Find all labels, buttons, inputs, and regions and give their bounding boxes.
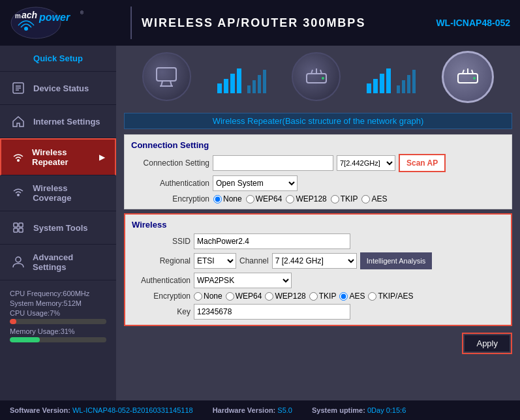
enc2-tkip-label[interactable]: TKIP (309, 292, 337, 301)
cpu-progress-fill (10, 319, 16, 324)
svg-rect-13 (19, 223, 23, 227)
footer-uptime: System uptime: 0Day 0:15:6 (312, 406, 406, 414)
svg-rect-17 (157, 68, 176, 81)
sidebar-item-internet-settings[interactable]: Internet Settings (0, 105, 116, 138)
enc2-row: Encryption None WEP64 WEP128 TKIP AES TK… (132, 292, 504, 301)
svg-point-11 (17, 194, 20, 196)
enc2-wep64-label[interactable]: WEP64 (226, 292, 262, 301)
sidebar-item-label: Wireless Coverage (33, 183, 106, 203)
memory-progress-fill (10, 337, 40, 342)
enc2-tkip-radio[interactable] (309, 292, 318, 301)
enc-wep64-radio[interactable] (246, 195, 254, 203)
mode-bar (116, 46, 520, 108)
sidebar: Quick Setup Device Status Internet Setti… (0, 46, 116, 400)
cpu-progress-bar (10, 319, 106, 324)
sidebar-quick-setup[interactable]: Quick Setup (0, 46, 116, 72)
enc-aes-radio[interactable] (361, 195, 370, 203)
software-value: WL-ICNAP48-052-B20160331145118 (72, 406, 193, 414)
svg-point-10 (17, 159, 20, 162)
svg-rect-15 (19, 228, 23, 232)
repeater-icon (455, 64, 481, 90)
enc2-wep128-radio[interactable] (265, 292, 273, 301)
sidebar-item-wireless-coverage[interactable]: Wireless Coverage (0, 175, 116, 211)
mode-repeater-icon[interactable] (442, 51, 494, 103)
connection-section-title: Connection Setting (131, 140, 505, 150)
regional-row: Regional ETSI FCC MKK Channel 7 [2.442 G… (132, 252, 504, 269)
apply-button[interactable]: Apply (465, 335, 510, 352)
channel2-select[interactable]: 7 [2.442 GHz] 1 [2.412 GHz] 6 [2.437 GHz… (272, 253, 357, 269)
mode-ap-icon[interactable] (142, 52, 191, 101)
svg-text:power: power (38, 12, 70, 23)
footer: Software Version: WL-ICNAP48-052-B201603… (0, 400, 520, 420)
enc2-none-label[interactable]: None (194, 292, 222, 301)
svg-text:ach: ach (22, 10, 37, 20)
connection-input[interactable] (213, 155, 333, 171)
svg-text:®: ® (80, 10, 84, 15)
scan-ap-button[interactable]: Scan AP (399, 154, 446, 172)
ssid-row: SSID (132, 233, 504, 249)
enc-none-label[interactable]: None (213, 194, 242, 203)
monitor-icon (153, 64, 179, 90)
svg-rect-14 (14, 228, 18, 232)
enc-row: Encryption None WEP64 WEP128 TKIP AES (131, 194, 505, 203)
software-label: Software Version: (10, 406, 70, 414)
puzzle-icon (10, 219, 27, 236)
wifi-icon (11, 149, 25, 166)
enc2-aes-radio[interactable] (339, 292, 348, 301)
enc2-none-radio[interactable] (194, 292, 202, 301)
inner-section: Wireless Repeater(Basic structure of the… (116, 108, 520, 400)
apply-button-wrapper: Apply (462, 333, 512, 354)
enc2-tkipaes-label[interactable]: TKIP/AES (368, 292, 413, 301)
enc-tkip-radio[interactable] (331, 195, 339, 203)
key-input[interactable] (194, 304, 350, 320)
enc-wep128-label[interactable]: WEP128 (286, 194, 326, 203)
sidebar-item-label: Internet Settings (33, 117, 100, 127)
enc-tkip-label[interactable]: TKIP (331, 194, 358, 203)
key-row: Key (132, 304, 504, 320)
memory-usage: Memory Usage:31% (10, 327, 106, 335)
home-icon (10, 113, 27, 130)
ssid-input[interactable] (194, 233, 350, 249)
enc-none-radio[interactable] (213, 195, 222, 203)
enc2-wep128-label[interactable]: WEP128 (265, 292, 305, 301)
signal-bars-2 (367, 61, 416, 93)
header-title: WIRELESS AP/ROUTER 300MBPS (142, 16, 436, 30)
enc-aes-label[interactable]: AES (361, 194, 387, 203)
auth2-select[interactable]: WPA2PSK Open System WPA-PSK (194, 273, 292, 288)
sidebar-item-system-tools[interactable]: System Tools (0, 211, 116, 245)
router-icon (303, 64, 329, 90)
sidebar-item-label: Device Status (33, 83, 89, 93)
wireless-title: Wireless (132, 220, 504, 230)
section-title: Wireless Repeater(Basic structure of the… (124, 113, 512, 129)
svg-point-5 (24, 27, 28, 31)
sidebar-item-label: System Tools (33, 223, 88, 233)
apply-row: Apply (124, 330, 512, 357)
cpu-freq: CPU Frequency:600MHz (10, 290, 106, 297)
enc-wep128-radio[interactable] (286, 195, 294, 203)
enc2-tkipaes-radio[interactable] (368, 292, 376, 301)
logo: m ach power ® (10, 5, 121, 41)
svg-line-19 (170, 81, 172, 86)
svg-rect-12 (14, 223, 18, 227)
sidebar-item-advanced-settings[interactable]: Advanced Settings (0, 245, 116, 280)
footer-hardware: Hardware Version: S5.0 (213, 406, 292, 414)
key-label: Key (132, 307, 191, 316)
auth-row: Authentication Open System WPA2PSK WPA-P… (131, 175, 505, 191)
header-divider (130, 7, 132, 39)
channel-select[interactable]: 7[2.442GHz] 1[2.412GHz] 6[2.437GHz] 11[2… (337, 155, 395, 171)
auth2-label: Authentication (132, 276, 191, 285)
intelligent-analysis-button[interactable]: Intelligent Analysis (360, 252, 433, 269)
mode-router-icon[interactable] (292, 52, 341, 101)
edit-icon (10, 80, 27, 97)
enc2-aes-label[interactable]: AES (339, 292, 365, 301)
auth2-row: Authentication WPA2PSK Open System WPA-P… (132, 273, 504, 288)
header: m ach power ® WIRELESS AP/ROUTER 300MBPS… (0, 0, 520, 46)
enc2-wep64-radio[interactable] (226, 292, 234, 301)
enc-wep64-label[interactable]: WEP64 (246, 194, 283, 203)
regional-select[interactable]: ETSI FCC MKK (194, 253, 236, 269)
auth-select[interactable]: Open System WPA2PSK WPA-PSK (213, 175, 298, 191)
sidebar-item-device-status[interactable]: Device Status (0, 72, 116, 105)
regional-label: Regional (132, 256, 191, 265)
sidebar-item-label: Wireless Repeater (32, 147, 93, 167)
sidebar-item-wireless-repeater[interactable]: Wireless Repeater ▶ (0, 138, 116, 175)
